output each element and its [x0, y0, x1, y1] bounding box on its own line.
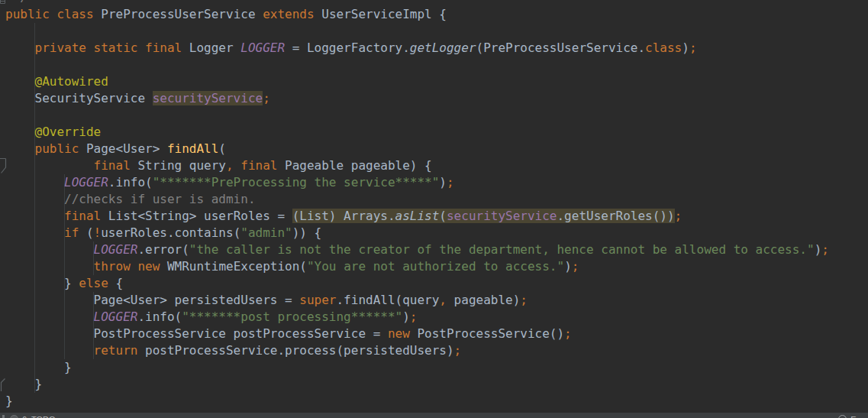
code-line[interactable]: Page<User> persistedUsers = super.findAl…: [0, 292, 868, 309]
code-line[interactable]: if (!userRoles.contains("admin")) {: [0, 225, 868, 241]
code-token: }: [5, 276, 79, 290]
code-token: [5, 259, 94, 274]
code-token: postProcessService.process(persistedUser…: [137, 343, 453, 358]
code-line[interactable]: final String query, final Pageable pagea…: [0, 157, 868, 174]
code-token: (List) Arrays.: [292, 209, 395, 223]
code-token: List<String> userRoles =: [101, 209, 292, 223]
code-token: ): [682, 41, 689, 55]
code-token: {: [108, 276, 123, 290]
code-token: securityService: [153, 91, 263, 105]
code-token: (: [439, 209, 447, 223]
code-line[interactable]: [0, 57, 868, 73]
code-token: asList: [395, 209, 440, 223]
code-token: [234, 158, 241, 173]
event-log-label: Ev: [850, 414, 860, 418]
code-token: ;: [454, 343, 462, 358]
code-line[interactable]: private static final Logger LOGGER = Log…: [0, 40, 868, 57]
code-token: "You are not authorized to access.": [307, 259, 564, 274]
code-token: private static final: [35, 41, 182, 55]
code-token: ): [439, 175, 447, 190]
todo-toolwindow-button[interactable]: 6: TODO: [10, 414, 56, 418]
code-token: ,: [226, 158, 234, 173]
code-token: "the caller is not the creator of the de…: [189, 242, 815, 257]
code-line[interactable]: }: [0, 393, 868, 410]
code-token: if: [64, 225, 79, 240]
code-token: "admin": [240, 225, 292, 240]
code-token: super: [299, 293, 336, 307]
code-token: [5, 41, 35, 55]
code-token: .info(: [108, 175, 153, 190]
code-token: ;: [564, 326, 572, 341]
code-line[interactable]: } else {: [0, 275, 868, 292]
code-line[interactable]: SecurityService securityService;: [0, 90, 868, 107]
code-token: final: [240, 158, 277, 173]
code-token: else: [79, 276, 108, 290]
code-line[interactable]: PostProcessService postProcessService = …: [0, 326, 868, 342]
code-line[interactable]: LOGGER.info("*******PreProcessing the se…: [0, 174, 868, 191]
code-token: ): [564, 259, 572, 274]
code-line[interactable]: [0, 23, 868, 40]
code-token: ;: [572, 259, 579, 274]
code-token: ;: [689, 41, 697, 55]
code-token: final: [94, 158, 131, 173]
code-token: = LoggerFactory.: [285, 41, 410, 55]
code-token: ;: [520, 293, 528, 307]
code-line[interactable]: throw new WMRuntimeException("You are no…: [0, 258, 868, 275]
code-token: ;: [263, 91, 270, 105]
code-token: .error(: [137, 242, 189, 257]
code-line[interactable]: }: [0, 359, 868, 376]
code-token: [131, 259, 138, 274]
code-token: new: [388, 326, 410, 341]
code-token: @Override: [35, 125, 102, 139]
code-token: .findAll(query: [336, 293, 439, 307]
event-log-icon: [838, 415, 847, 418]
code-token: return: [94, 343, 138, 358]
code-token: LOGGER: [240, 41, 285, 55]
code-line[interactable]: //checks if user is admin.: [0, 191, 868, 208]
code-token: ;: [447, 175, 454, 190]
code-token: @Autowired: [35, 74, 108, 89]
code-line[interactable]: */: [0, 0, 868, 6]
status-bar: 6: TODO Ev: [0, 412, 868, 418]
code-token: }: [5, 360, 72, 374]
code-token: //checks if user is admin.: [64, 192, 255, 206]
code-token: getLogger: [410, 41, 476, 55]
code-area[interactable]: */public class PreProcessUserService ext…: [0, 0, 868, 410]
code-line[interactable]: LOGGER.info("*******post processing*****…: [0, 309, 868, 326]
event-log-button[interactable]: Ev: [838, 414, 860, 418]
code-token: [5, 74, 35, 89]
code-token: ;: [410, 309, 418, 324]
code-token: [5, 343, 94, 358]
code-token: Pageable pageable) {: [277, 158, 431, 173]
code-token: WMRuntimeException(: [160, 259, 307, 274]
code-token: final: [64, 209, 101, 223]
code-token: [5, 141, 35, 156]
code-line[interactable]: @Override: [0, 124, 868, 141]
code-token: SecurityService: [5, 91, 153, 105]
code-token: [5, 175, 64, 190]
code-line[interactable]: @Autowired: [0, 73, 868, 90]
code-token: ): [402, 309, 410, 324]
code-line[interactable]: public Page<User> findAll(: [0, 141, 868, 157]
code-line[interactable]: LOGGER.error("the caller is not the crea…: [0, 241, 868, 258]
code-line[interactable]: final List<String> userRoles = (List) Ar…: [0, 208, 868, 225]
code-token: findAll: [167, 141, 218, 156]
code-token: [5, 192, 64, 206]
code-editor[interactable]: */public class PreProcessUserService ext…: [0, 0, 868, 412]
code-token: PostProcessService(): [410, 326, 564, 341]
code-token: [5, 242, 94, 257]
code-line[interactable]: [0, 107, 868, 124]
code-token: throw: [94, 259, 131, 274]
code-line[interactable]: }: [0, 376, 868, 393]
code-line[interactable]: return postProcessService.process(persis…: [0, 342, 868, 359]
code-token: class: [56, 7, 93, 21]
code-line[interactable]: public class PreProcessUserService exten…: [0, 6, 868, 23]
code-token: Page<User> persistedUsers =: [5, 293, 299, 307]
todo-tab-label: 6: TODO: [22, 414, 56, 418]
code-token: ;: [675, 209, 682, 223]
code-token: Logger: [182, 41, 240, 55]
code-token: LOGGER: [64, 175, 108, 190]
code-token: "*******post processing******": [182, 309, 402, 324]
tool-window-stub-icon[interactable]: [2, 415, 5, 418]
code-token: extends: [263, 7, 314, 21]
